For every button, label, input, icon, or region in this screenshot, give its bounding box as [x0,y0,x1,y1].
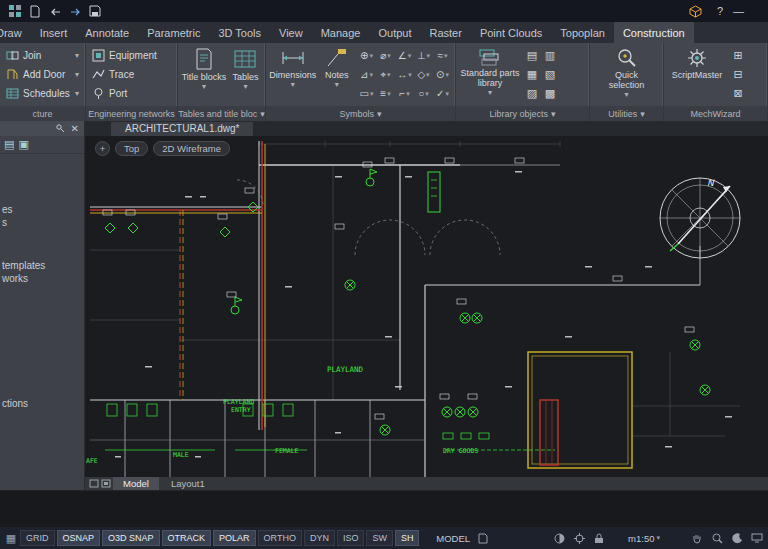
contrast-icon[interactable] [552,531,566,545]
scriptmaster-button[interactable]: ScriptMaster [667,45,727,104]
theme-moon-icon[interactable] [730,531,744,545]
trace-button[interactable]: Trace [89,65,174,84]
tab-insert[interactable]: Insert [31,22,77,43]
port-button[interactable]: Port [89,84,174,103]
schedules-button[interactable]: Schedules ▾ [3,84,82,103]
crosshair-icon[interactable] [572,531,586,545]
library-tool-icon-5[interactable]: ▨ [523,84,541,103]
palette-tab-icon-2[interactable]: ▣ [18,138,28,151]
symbol-icon-8[interactable]: ↔▾ [395,65,414,84]
join-caret-icon[interactable]: ▾ [75,51,79,60]
paper-space-icon[interactable] [101,479,111,488]
tab-annotate[interactable]: Annotate [76,22,138,43]
equipment-button[interactable]: Equipment [89,46,174,65]
symbol-icon-7[interactable]: ⌖▾ [376,65,395,84]
save-icon[interactable] [86,3,104,19]
mech-tool-icon-1[interactable]: ⊞ [729,46,747,65]
schedules-caret-icon[interactable]: ▾ [75,89,79,98]
notes-caret-icon[interactable]: ▾ [335,82,339,88]
notes-button[interactable]: Notes ▾ [319,45,355,104]
toggle-o3dsnap[interactable]: O3D SNAP [102,530,160,546]
lock-icon[interactable] [592,531,606,545]
mech-tool-icon-2[interactable]: ⊟ [729,65,747,84]
pan-hand-icon[interactable] [690,531,704,545]
dimensions-button[interactable]: Dimensions ▾ [269,45,317,104]
library-panel-caret-icon[interactable]: ▾ [551,109,556,119]
floor-plan-drawing[interactable]: PLAYLAND PLAYLAND ENTRY MALE FEMALE DRY … [85,136,768,477]
quick-selection-button[interactable]: Quick selection ▾ [597,45,657,104]
toggle-sw[interactable]: SW [366,530,393,546]
tree-item[interactable]: es [2,203,84,216]
tab-view[interactable]: View [270,22,312,43]
tab-raster[interactable]: Raster [420,22,470,43]
palette-close-icon[interactable]: ✕ [71,123,79,134]
quick-selection-caret-icon[interactable]: ▾ [624,92,628,98]
tree-item[interactable]: templates [2,259,84,272]
tab-construction[interactable]: Construction [614,22,694,43]
library-tool-icon-2[interactable]: ▥ [541,46,559,65]
symbol-icon-12[interactable]: ≡▾ [376,84,395,103]
add-door-button[interactable]: Add Door ▾ [3,65,82,84]
library-tool-icon-3[interactable]: ▦ [523,65,541,84]
layout-tab-layout1[interactable]: Layout1 [161,477,215,490]
symbol-icon-9[interactable]: ◇▾ [414,65,433,84]
toggle-ortho[interactable]: ORTHO [258,530,302,546]
tables-caret-icon[interactable]: ▾ [243,84,247,90]
model-space-icon[interactable] [89,479,99,488]
undo-icon[interactable] [46,3,64,19]
new-file-icon[interactable] [26,3,44,19]
viewport-menu-button[interactable]: + [95,141,110,156]
toggle-dyn[interactable]: DYN [304,530,335,546]
tab-3d-tools[interactable]: 3D Tools [209,22,270,43]
command-line[interactable] [0,490,768,527]
tab-manage[interactable]: Manage [312,22,370,43]
library-tool-icon-4[interactable]: ▧ [541,65,559,84]
tree-item[interactable]: s [2,216,84,229]
library-tool-icon-6[interactable]: ▩ [541,84,559,103]
tab-output[interactable]: Output [369,22,420,43]
join-button[interactable]: Join ▾ [3,46,82,65]
symbol-icon-6[interactable]: ⊿▾ [357,65,376,84]
dimensions-caret-icon[interactable]: ▾ [291,82,295,88]
toggle-polar[interactable]: POLAR [213,530,256,546]
symbol-icon-4[interactable]: ⊥▾ [414,46,433,65]
tables-button[interactable]: Tables ▾ [229,45,262,104]
toggle-grid[interactable]: GRID [20,530,55,546]
pin-icon[interactable] [56,124,65,133]
cube-icon[interactable] [687,3,705,19]
sheet-icon[interactable] [476,531,490,545]
title-blocks-button[interactable]: Title blocks ▾ [181,45,227,104]
tables-panel-caret-icon[interactable]: ▾ [260,109,265,119]
symbol-icon-3[interactable]: ∠▾ [395,46,414,65]
layout-tab-model[interactable]: Model [113,477,159,490]
tab-draw[interactable]: Draw [0,22,31,43]
tree-item[interactable]: ctions [2,397,84,410]
model-space-label[interactable]: MODEL [436,533,470,544]
symbol-icon-2[interactable]: ⌀▾ [376,46,395,65]
add-door-caret-icon[interactable]: ▾ [75,70,79,79]
symbol-icon-5[interactable]: ≈▾ [433,46,452,65]
palette-tab-icon-1[interactable]: ▤ [4,138,14,151]
symbol-icon-15[interactable]: ✓▾ [433,84,452,103]
tree-item[interactable]: works [2,272,84,285]
symbol-icon-14[interactable]: ○▾ [414,84,433,103]
toggle-otrack[interactable]: OTRACK [162,530,212,546]
toggle-sh[interactable]: SH [395,530,420,546]
minimize-button[interactable]: — [733,5,744,17]
annotation-scale[interactable]: m1:50 ▾ [628,533,660,544]
fullscreen-icon[interactable] [750,531,764,545]
standard-parts-caret-icon[interactable]: ▾ [488,90,492,96]
toggle-osnap[interactable]: OSNAP [57,530,101,546]
viewport-view-button[interactable]: Top [115,141,148,156]
utilities-panel-caret-icon[interactable]: ▾ [640,109,645,119]
symbols-panel-caret-icon[interactable]: ▾ [377,109,382,119]
symbol-icon-13[interactable]: ⌐▾ [395,84,414,103]
toggle-iso[interactable]: ISO [337,530,365,546]
tab-parametric[interactable]: Parametric [138,22,209,43]
mech-tool-icon-3[interactable]: ⊠ [729,84,747,103]
redo-icon[interactable] [66,3,84,19]
symbol-icon-10[interactable]: ⊙▾ [433,65,452,84]
standard-parts-library-button[interactable]: Standard parts library ▾ [459,45,521,104]
zoom-icon[interactable] [710,531,724,545]
library-tool-icon-1[interactable]: ▤ [523,46,541,65]
